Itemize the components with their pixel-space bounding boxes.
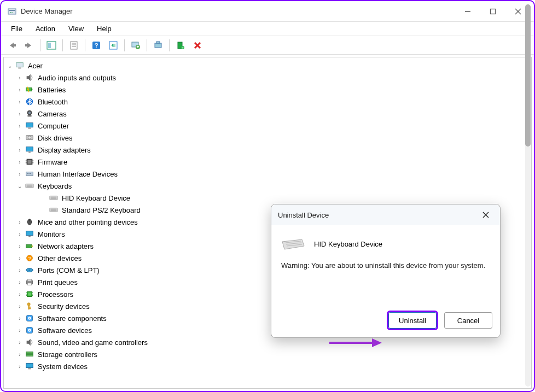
device-category[interactable]: ›Storage controllers (4, 348, 531, 360)
keyboard-icon (49, 193, 59, 203)
uninstall-device-button[interactable] (190, 38, 205, 53)
action-button[interactable] (106, 38, 121, 53)
uninstall-dialog: Uninstall Device HID Keyboard Device War… (271, 204, 501, 338)
help-button[interactable]: ? (89, 38, 104, 53)
expander-icon[interactable]: › (16, 123, 24, 129)
expander-icon[interactable]: ⌄ (6, 63, 14, 69)
expander-icon[interactable]: › (16, 111, 24, 117)
disk-icon (25, 133, 34, 143)
svg-rect-43 (27, 160, 31, 163)
expander-icon[interactable]: › (16, 231, 24, 237)
back-button[interactable] (4, 38, 20, 53)
node-label: Storage controllers (38, 350, 97, 359)
svg-rect-47 (32, 162, 33, 163)
expander-icon[interactable]: › (16, 75, 24, 81)
expander-icon[interactable]: › (16, 279, 24, 285)
enable-device-button[interactable]: + (173, 38, 188, 53)
expander-icon[interactable]: › (16, 340, 24, 346)
svg-rect-11 (48, 43, 51, 48)
expander-icon[interactable]: › (16, 291, 24, 297)
node-label: Audio inputs and outputs (38, 74, 116, 82)
device-category[interactable]: ›Human Interface Devices (4, 168, 531, 180)
cancel-button[interactable]: Cancel (444, 312, 492, 329)
device-category[interactable]: ›Firmware (4, 156, 531, 168)
svg-rect-66 (26, 231, 33, 236)
svg-rect-36 (26, 123, 33, 127)
svg-rect-35 (27, 115, 31, 117)
expander-icon[interactable]: ⌄ (16, 183, 24, 189)
svg-point-93 (29, 318, 30, 319)
node-label: HID Keyboard Device (62, 194, 130, 202)
expander-icon[interactable]: › (16, 327, 24, 334)
expander-icon[interactable]: › (16, 87, 24, 93)
expander-icon[interactable]: › (16, 147, 24, 153)
toolbar: ? + (1, 36, 534, 55)
device-category[interactable]: ›Display adapters (4, 144, 531, 156)
menu-action[interactable]: Action (30, 24, 61, 34)
expander-icon[interactable]: › (16, 315, 24, 321)
uninstall-confirm-button[interactable]: Uninstall (388, 312, 437, 329)
maximize-button[interactable] (480, 3, 505, 20)
device-item[interactable]: HID Keyboard Device (4, 192, 531, 204)
svg-rect-21 (155, 43, 161, 48)
node-label: Acer (28, 62, 43, 70)
svg-rect-87 (28, 303, 30, 309)
device-category[interactable]: ›Sound, video and game controllers (4, 336, 531, 348)
svg-point-96 (29, 330, 30, 331)
expander-icon[interactable]: › (16, 303, 24, 309)
svg-point-100 (32, 355, 32, 355)
menu-view[interactable]: View (63, 24, 89, 34)
svg-rect-37 (28, 128, 31, 129)
node-label: System devices (38, 362, 88, 371)
show-hide-console-tree-button[interactable] (44, 38, 59, 53)
expander-icon[interactable]: › (16, 364, 24, 370)
scan-hardware-button[interactable] (150, 38, 166, 53)
expander-icon[interactable]: › (16, 267, 24, 273)
forward-button[interactable] (21, 38, 37, 53)
device-category[interactable]: ›Computer (4, 120, 531, 132)
update-driver-button[interactable] (128, 38, 143, 53)
svg-rect-22 (156, 42, 160, 43)
computer-icon (25, 121, 34, 131)
device-category[interactable]: ›System devices (4, 360, 531, 372)
minimize-button[interactable] (455, 3, 480, 20)
svg-rect-1 (9, 10, 15, 11)
menu-file[interactable]: File (5, 24, 28, 34)
menu-help[interactable]: Help (91, 24, 117, 34)
device-category[interactable]: ⌄Acer (4, 60, 531, 72)
device-category[interactable]: ›Bluetooth (4, 96, 531, 108)
svg-point-74 (29, 270, 30, 271)
device-category[interactable]: ›Audio inputs and outputs (4, 72, 531, 84)
device-category[interactable]: ›Batteries (4, 84, 531, 96)
expander-icon[interactable]: › (16, 352, 24, 358)
svg-point-3 (11, 12, 13, 13)
expander-icon[interactable]: › (16, 243, 24, 249)
svg-rect-78 (27, 283, 31, 285)
cpu-icon (25, 289, 34, 299)
node-label: Mice and other pointing devices (38, 218, 138, 226)
node-label: Keyboards (38, 182, 72, 190)
system-icon (25, 361, 34, 371)
keyboard-icon (25, 181, 34, 191)
expander-icon[interactable]: › (16, 171, 24, 177)
expander-icon[interactable]: › (16, 159, 24, 165)
expander-icon[interactable]: › (16, 99, 24, 105)
device-category[interactable]: ›Disk drives (4, 132, 531, 144)
sound-icon (25, 337, 34, 347)
computer_root-icon (15, 61, 25, 71)
bluetooth-icon (25, 97, 34, 107)
properties-button[interactable] (66, 38, 82, 53)
device-category[interactable]: ⌄Keyboards (4, 180, 531, 192)
dialog-close-button[interactable] (478, 207, 493, 223)
expander-icon[interactable]: › (16, 219, 24, 225)
dialog-warning-text: Warning: You are about to uninstall this… (281, 261, 490, 270)
monitor-icon (25, 229, 34, 239)
expander-icon[interactable]: › (16, 255, 24, 261)
node-label: Software components (38, 314, 107, 323)
expander-icon[interactable]: › (16, 135, 24, 141)
device-category[interactable]: ›Cameras (4, 108, 531, 120)
node-label: Network adapters (38, 242, 94, 250)
vertical-scrollbar[interactable] (525, 4, 531, 387)
scrollbar-thumb[interactable] (525, 4, 531, 147)
node-label: Disk drives (38, 134, 73, 142)
